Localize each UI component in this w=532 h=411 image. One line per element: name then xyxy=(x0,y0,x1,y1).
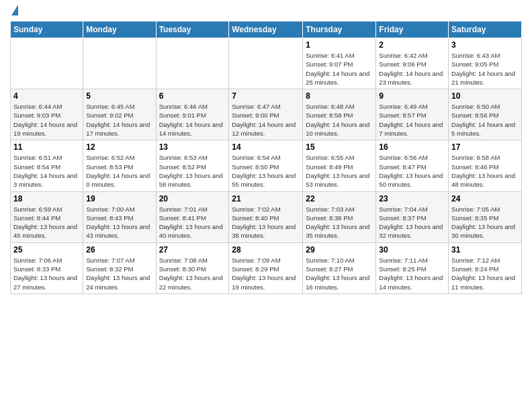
day-info: Sunrise: 6:49 AM Sunset: 8:57 PM Dayligh… xyxy=(379,102,445,138)
day-info: Sunrise: 7:01 AM Sunset: 8:41 PM Dayligh… xyxy=(159,205,226,240)
day-info: Sunrise: 7:00 AM Sunset: 8:43 PM Dayligh… xyxy=(86,205,152,240)
day-info: Sunrise: 7:10 AM Sunset: 8:27 PM Dayligh… xyxy=(306,256,373,291)
calendar-cell xyxy=(229,38,303,89)
calendar-week-5: 25Sunrise: 7:06 AM Sunset: 8:33 PM Dayli… xyxy=(11,242,522,293)
day-info: Sunrise: 7:12 AM Sunset: 8:24 PM Dayligh… xyxy=(451,256,519,291)
weekday-header-sunday: Sunday xyxy=(11,21,83,38)
weekday-header-saturday: Saturday xyxy=(449,21,522,38)
day-info: Sunrise: 6:52 AM Sunset: 8:53 PM Dayligh… xyxy=(86,153,152,189)
calendar-cell: 6Sunrise: 6:46 AM Sunset: 9:01 PM Daylig… xyxy=(156,89,229,140)
day-number: 18 xyxy=(13,194,80,203)
calendar-table: SundayMondayTuesdayWednesdayThursdayFrid… xyxy=(10,21,522,294)
day-number: 31 xyxy=(451,245,519,255)
day-info: Sunrise: 6:54 AM Sunset: 8:50 PM Dayligh… xyxy=(232,153,300,189)
calendar-cell: 27Sunrise: 7:08 AM Sunset: 8:30 PM Dayli… xyxy=(156,242,229,293)
day-number: 7 xyxy=(232,91,300,101)
day-info: Sunrise: 6:43 AM Sunset: 9:05 PM Dayligh… xyxy=(451,51,519,87)
weekday-header-tuesday: Tuesday xyxy=(156,21,229,38)
calendar-cell xyxy=(11,38,83,89)
calendar-cell: 18Sunrise: 6:59 AM Sunset: 8:44 PM Dayli… xyxy=(11,191,83,242)
calendar-cell: 1Sunrise: 6:41 AM Sunset: 9:07 PM Daylig… xyxy=(303,38,376,89)
day-info: Sunrise: 6:41 AM Sunset: 9:07 PM Dayligh… xyxy=(306,51,373,87)
day-number: 13 xyxy=(159,142,226,152)
weekday-header-monday: Monday xyxy=(83,21,156,38)
calendar-cell: 26Sunrise: 7:07 AM Sunset: 8:32 PM Dayli… xyxy=(83,242,156,293)
day-info: Sunrise: 6:45 AM Sunset: 9:02 PM Dayligh… xyxy=(86,102,152,138)
calendar-week-1: 1Sunrise: 6:41 AM Sunset: 9:07 PM Daylig… xyxy=(11,38,522,89)
day-number: 23 xyxy=(379,194,445,203)
day-number: 25 xyxy=(13,245,80,255)
weekday-header-row: SundayMondayTuesdayWednesdayThursdayFrid… xyxy=(11,21,522,38)
day-info: Sunrise: 7:08 AM Sunset: 8:30 PM Dayligh… xyxy=(159,256,226,291)
day-number: 17 xyxy=(451,142,519,152)
calendar-week-4: 18Sunrise: 6:59 AM Sunset: 8:44 PM Dayli… xyxy=(11,191,522,242)
day-info: Sunrise: 7:04 AM Sunset: 8:37 PM Dayligh… xyxy=(379,205,445,240)
weekday-header-friday: Friday xyxy=(376,21,449,38)
calendar-cell: 5Sunrise: 6:45 AM Sunset: 9:02 PM Daylig… xyxy=(83,89,156,140)
day-info: Sunrise: 7:05 AM Sunset: 8:35 PM Dayligh… xyxy=(451,205,519,240)
day-number: 16 xyxy=(379,142,445,152)
day-info: Sunrise: 7:06 AM Sunset: 8:33 PM Dayligh… xyxy=(13,256,80,291)
calendar-cell: 29Sunrise: 7:10 AM Sunset: 8:27 PM Dayli… xyxy=(303,242,376,293)
day-number: 4 xyxy=(13,91,80,101)
day-number: 1 xyxy=(306,40,373,50)
day-info: Sunrise: 6:58 AM Sunset: 8:46 PM Dayligh… xyxy=(451,153,519,189)
day-info: Sunrise: 6:59 AM Sunset: 8:44 PM Dayligh… xyxy=(13,205,80,240)
day-info: Sunrise: 6:42 AM Sunset: 9:06 PM Dayligh… xyxy=(379,51,445,87)
day-number: 22 xyxy=(306,194,373,203)
day-number: 8 xyxy=(306,91,373,101)
calendar-cell: 7Sunrise: 6:47 AM Sunset: 9:00 PM Daylig… xyxy=(229,89,303,140)
calendar-cell: 13Sunrise: 6:53 AM Sunset: 8:52 PM Dayli… xyxy=(156,140,229,191)
calendar-cell xyxy=(83,38,156,89)
day-info: Sunrise: 7:02 AM Sunset: 8:40 PM Dayligh… xyxy=(232,205,300,240)
calendar-cell: 10Sunrise: 6:50 AM Sunset: 8:56 PM Dayli… xyxy=(449,89,522,140)
calendar-cell: 17Sunrise: 6:58 AM Sunset: 8:46 PM Dayli… xyxy=(449,140,522,191)
day-number: 19 xyxy=(86,194,152,203)
day-number: 6 xyxy=(159,91,226,101)
day-info: Sunrise: 6:47 AM Sunset: 9:00 PM Dayligh… xyxy=(232,102,300,138)
day-info: Sunrise: 6:51 AM Sunset: 8:54 PM Dayligh… xyxy=(13,153,80,189)
day-info: Sunrise: 6:48 AM Sunset: 8:58 PM Dayligh… xyxy=(306,102,373,138)
day-number: 5 xyxy=(86,91,152,101)
calendar-cell: 19Sunrise: 7:00 AM Sunset: 8:43 PM Dayli… xyxy=(83,191,156,242)
day-number: 3 xyxy=(451,40,519,50)
day-info: Sunrise: 6:56 AM Sunset: 8:47 PM Dayligh… xyxy=(379,153,445,189)
calendar-cell: 14Sunrise: 6:54 AM Sunset: 8:50 PM Dayli… xyxy=(229,140,303,191)
day-number: 27 xyxy=(159,245,226,255)
calendar-cell: 9Sunrise: 6:49 AM Sunset: 8:57 PM Daylig… xyxy=(376,89,449,140)
day-info: Sunrise: 7:03 AM Sunset: 8:38 PM Dayligh… xyxy=(306,205,373,240)
day-number: 11 xyxy=(13,142,80,152)
page-header xyxy=(10,7,522,15)
calendar-cell: 20Sunrise: 7:01 AM Sunset: 8:41 PM Dayli… xyxy=(156,191,229,242)
day-info: Sunrise: 6:50 AM Sunset: 8:56 PM Dayligh… xyxy=(451,102,519,138)
calendar-cell: 4Sunrise: 6:44 AM Sunset: 9:03 PM Daylig… xyxy=(11,89,83,140)
day-number: 29 xyxy=(306,245,373,255)
day-number: 9 xyxy=(379,91,445,101)
logo-triangle-icon xyxy=(11,5,18,15)
calendar-cell: 31Sunrise: 7:12 AM Sunset: 8:24 PM Dayli… xyxy=(449,242,522,293)
calendar-cell: 21Sunrise: 7:02 AM Sunset: 8:40 PM Dayli… xyxy=(229,191,303,242)
calendar-cell: 2Sunrise: 6:42 AM Sunset: 9:06 PM Daylig… xyxy=(376,38,449,89)
logo xyxy=(10,7,18,15)
day-info: Sunrise: 6:46 AM Sunset: 9:01 PM Dayligh… xyxy=(159,102,226,138)
day-number: 30 xyxy=(379,245,445,255)
day-number: 10 xyxy=(451,91,519,101)
calendar-cell: 24Sunrise: 7:05 AM Sunset: 8:35 PM Dayli… xyxy=(449,191,522,242)
day-info: Sunrise: 7:11 AM Sunset: 8:25 PM Dayligh… xyxy=(379,256,445,291)
day-number: 28 xyxy=(232,245,300,255)
calendar-cell xyxy=(156,38,229,89)
calendar-cell: 3Sunrise: 6:43 AM Sunset: 9:05 PM Daylig… xyxy=(449,38,522,89)
day-number: 24 xyxy=(451,194,519,203)
calendar-week-2: 4Sunrise: 6:44 AM Sunset: 9:03 PM Daylig… xyxy=(11,89,522,140)
day-info: Sunrise: 6:53 AM Sunset: 8:52 PM Dayligh… xyxy=(159,153,226,189)
day-number: 15 xyxy=(306,142,373,152)
calendar-cell: 25Sunrise: 7:06 AM Sunset: 8:33 PM Dayli… xyxy=(11,242,83,293)
day-info: Sunrise: 6:44 AM Sunset: 9:03 PM Dayligh… xyxy=(13,102,80,138)
calendar-cell: 8Sunrise: 6:48 AM Sunset: 8:58 PM Daylig… xyxy=(303,89,376,140)
calendar-week-3: 11Sunrise: 6:51 AM Sunset: 8:54 PM Dayli… xyxy=(11,140,522,191)
calendar-cell: 11Sunrise: 6:51 AM Sunset: 8:54 PM Dayli… xyxy=(11,140,83,191)
day-number: 2 xyxy=(379,40,445,50)
weekday-header-wednesday: Wednesday xyxy=(229,21,303,38)
calendar-cell: 12Sunrise: 6:52 AM Sunset: 8:53 PM Dayli… xyxy=(83,140,156,191)
calendar-cell: 28Sunrise: 7:09 AM Sunset: 8:29 PM Dayli… xyxy=(229,242,303,293)
